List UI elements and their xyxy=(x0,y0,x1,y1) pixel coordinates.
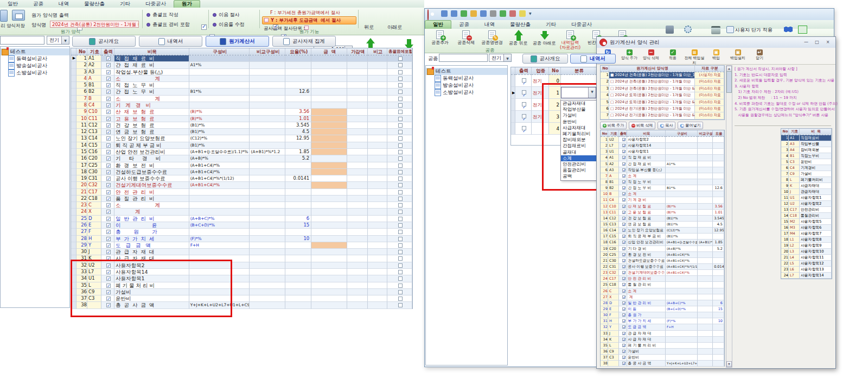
cost-row[interactable]: 21C17안 전 관 리 비 xyxy=(71,189,412,196)
view-tab-내역서[interactable]: 내역서 xyxy=(139,36,202,47)
output-checkbox[interactable] xyxy=(622,217,626,220)
qat-icon-8[interactable] xyxy=(509,10,516,17)
mid-row[interactable]: 8B1직 접 노 무 비 xyxy=(601,179,724,185)
summary-checkbox[interactable] xyxy=(398,197,403,201)
output-checkbox[interactable] xyxy=(622,174,626,178)
ref-row[interactable]: 20L3사용자항목10 xyxy=(781,249,832,255)
output-checkbox[interactable] xyxy=(622,362,626,365)
gear-icon[interactable] xyxy=(684,26,692,33)
tab-내역[interactable]: 내역 xyxy=(51,0,76,8)
ref-row[interactable]: 6C4기계경비 xyxy=(781,165,832,171)
qat-icon-3[interactable] xyxy=(461,10,467,17)
scroll-thumb[interactable] xyxy=(726,71,732,93)
mid-row[interactable]: 5A2간 접 재 료 비A1*% xyxy=(601,161,724,167)
print-checkbox[interactable] xyxy=(106,190,111,194)
add-list-icon[interactable] xyxy=(798,26,807,34)
form-name-field[interactable]: 2024년 건축(공통) 2천만원미만 - 1개월 미만_1 xyxy=(50,21,139,28)
summary-checkbox[interactable] xyxy=(398,150,403,154)
summary-checkbox[interactable] xyxy=(398,143,403,148)
sidebar-search-input[interactable] xyxy=(0,36,44,45)
view-tab-공사개요[interactable]: 공사개요 xyxy=(72,36,136,47)
tool-적용[interactable]: ✓적용 xyxy=(662,49,684,61)
mid-row[interactable]: 10B소 계 xyxy=(601,191,724,197)
save-form-icon[interactable] xyxy=(12,10,25,21)
ref-row[interactable]: 1A1직접재료비 xyxy=(781,135,832,141)
summary-checkbox[interactable] xyxy=(398,156,403,161)
mid-row[interactable]: 33J관 급 자 재 대 xyxy=(601,331,724,337)
output-checkbox[interactable] xyxy=(522,114,526,118)
move-down-label[interactable]: 아래로 xyxy=(387,24,402,31)
print-checkbox[interactable] xyxy=(106,256,111,261)
mid-row[interactable]: 13C11고 용 보 험 료(B)*%1.01 xyxy=(601,210,724,216)
mid-row[interactable]: 26C소 계 xyxy=(601,288,724,294)
cost-row[interactable]: 23C소 계 xyxy=(71,202,412,209)
mid-row[interactable]: 14C12건 강 보 험 료(B1)*%3.545 xyxy=(601,216,724,222)
tree-item-방송설비공사[interactable]: 방송설비공사 xyxy=(426,82,507,89)
tab-기타[interactable]: 기타 xyxy=(538,20,564,29)
output-checkbox[interactable] xyxy=(622,344,626,347)
summary-checkbox[interactable] xyxy=(398,290,403,294)
tool-백업[interactable]: ▣백업 xyxy=(705,49,727,61)
qat-icon-9[interactable] xyxy=(519,10,526,17)
output-checkbox[interactable] xyxy=(622,198,626,201)
mid-row[interactable]: 24C17안 전 관 리 비 xyxy=(601,276,724,282)
print-checkbox[interactable] xyxy=(106,210,111,214)
qat-icon-1[interactable] xyxy=(441,10,448,17)
tab-다중공사[interactable]: 다중공사 xyxy=(564,20,599,29)
ref-row[interactable]: 15M2사용자항목5 xyxy=(781,219,832,225)
ref-row[interactable]: 23L6사용자항목13 xyxy=(781,267,832,273)
cost-row[interactable]: 18C30건설하도급보증수수료(A+B1+C4)*% xyxy=(71,169,412,175)
print-checkbox[interactable] xyxy=(106,177,111,181)
tree-root[interactable]: 테스트 xyxy=(426,68,507,75)
mid-row[interactable]: 29E이 윤(B+C+D)*%15 xyxy=(601,306,724,312)
chevron-down-icon[interactable]: ▼ xyxy=(588,87,596,98)
summary-checkbox[interactable] xyxy=(398,250,403,254)
form-row[interactable]: 6□ 2024년 전기(공통) 2천만원미만 - 1개월 미만(마스터) 자료 xyxy=(601,106,724,112)
tab-내역[interactable]: 내역 xyxy=(477,20,502,29)
user-price-label[interactable]: 사용자 단가 적용 xyxy=(735,27,773,34)
summary-checkbox[interactable] xyxy=(398,177,403,181)
output-checkbox[interactable] xyxy=(522,90,526,94)
mid-row[interactable]: 15C13연 금 보 험 료(B1)*%4.5 xyxy=(601,222,724,228)
mid-row[interactable]: 2L7사용자항목14 xyxy=(601,143,724,149)
tab-원가[interactable]: 원가 xyxy=(174,0,200,8)
output-checkbox[interactable] xyxy=(622,259,626,262)
ref-row[interactable]: 13C17안전관리비 xyxy=(781,207,832,213)
cost-row[interactable]: 36C9가설비 xyxy=(71,289,412,295)
ref-row[interactable]: 11U1사용자항목1 xyxy=(781,195,832,201)
view-tab-공사자재 집계[interactable]: 공사자재 집계 xyxy=(272,36,336,47)
cost-row[interactable]: 7B소 계 xyxy=(71,96,412,102)
form-row[interactable]: 3□ 2024년 건축(공통) 2천만원미만 - 1개월 미만 &공기월 10분… xyxy=(601,86,724,92)
summary-checkbox[interactable] xyxy=(398,183,403,187)
print-checkbox[interactable] xyxy=(106,130,111,134)
dropdown-item-폐기물처리비[interactable]: 폐기물처리비 xyxy=(561,131,598,137)
output-checkbox[interactable] xyxy=(622,253,626,256)
ref-row[interactable]: 21L4사용자항목11 xyxy=(781,255,832,261)
output-checkbox[interactable] xyxy=(622,156,626,159)
ref-row[interactable]: 10J관급자재대 xyxy=(781,189,832,195)
tool-백업설치[interactable]: ▣백업설치 xyxy=(727,49,749,61)
mid-row[interactable]: 36C9가설비 xyxy=(601,349,724,355)
tab-일반[interactable]: 일반 xyxy=(0,0,25,8)
cost-row[interactable]: 17C25환 경 보 전 비(A+B1+C4)*% xyxy=(71,162,412,169)
move-up-label[interactable]: 위로 xyxy=(364,24,374,31)
cost-row[interactable]: ▶1A1직 접 재 료 비 xyxy=(71,55,412,62)
cost-row[interactable]: 6B2간 접 노 무 비B1*%12.6 xyxy=(71,89,412,95)
summary-checkbox[interactable] xyxy=(398,303,403,307)
print-checkbox[interactable] xyxy=(106,230,111,234)
cost-row[interactable]: 38총 공 사 금 액Y+J+K+L+U2+L7+U1+L+C9+C3 xyxy=(71,302,412,308)
ref-row[interactable]: 24L7사용자항목14 xyxy=(781,273,832,279)
output-checkbox[interactable] xyxy=(622,332,626,335)
dropdown-item-안전관리비[interactable]: 안전관리비 xyxy=(561,161,598,167)
output-checkbox[interactable] xyxy=(622,144,626,147)
tool-양식 삭제[interactable]: −양식 삭제 xyxy=(640,49,662,61)
output-checkbox[interactable] xyxy=(622,223,626,226)
category-row[interactable]: ▶전기1▼ xyxy=(511,87,597,99)
item-button-복사[interactable]: ▣복사 xyxy=(658,122,675,129)
cost-row[interactable]: 16C20기 타 경 비(A+B)*%5.2 xyxy=(71,155,412,162)
qat-more-icon[interactable]: ▼ xyxy=(529,10,532,17)
printer-icon[interactable] xyxy=(711,26,720,34)
view-tab-원가계산서[interactable]: 원가계산서 xyxy=(206,36,269,47)
print-checkbox[interactable] xyxy=(106,56,111,61)
output-checkbox[interactable] xyxy=(622,319,626,323)
